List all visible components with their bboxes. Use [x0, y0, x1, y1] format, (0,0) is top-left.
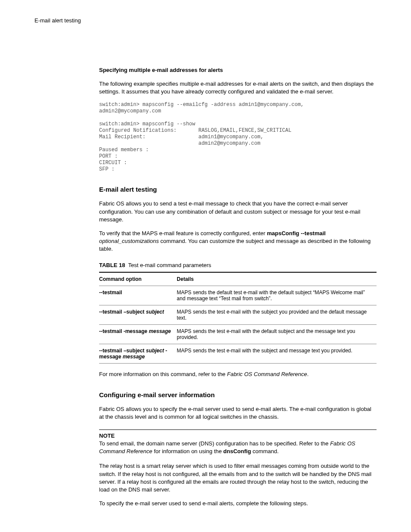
section2-aftertable: For more information on this command, re… — [99, 370, 377, 378]
opt-italic: subject — [146, 309, 164, 315]
table-row: --testmail –subject subject -message mes… — [99, 344, 377, 363]
note-pre: To send email, the domain name server (D… — [99, 440, 330, 447]
aftertable-pre: For more information on this command, re… — [99, 371, 227, 377]
table-header-row: Command option Details — [99, 272, 377, 286]
opt-bold: --testmail -message — [99, 328, 149, 334]
cell-details: MAPS sends the default test e-mail with … — [177, 286, 377, 305]
section2-p1: Fabric OS allows you to send a test e-ma… — [99, 200, 377, 224]
section1-code: switch:admin> mapsconfig --emailcfg -add… — [99, 102, 377, 173]
cell-option: --testmail — [99, 286, 177, 305]
table-caption-text: Test e-mail command parameters — [128, 262, 211, 268]
aftertable-ref: Fabric OS Command Reference — [227, 371, 307, 377]
aftertable-post: . — [307, 371, 309, 377]
table-row: --testmail –subject subject MAPS sends t… — [99, 305, 377, 324]
table-caption: TABLE 18 Test e-mail command parameters — [99, 262, 377, 268]
cell-option: --testmail –subject subject — [99, 305, 177, 324]
cell-details: MAPS sends the test e-mail with the defa… — [177, 324, 377, 344]
running-header: E-mail alert testing — [34, 17, 377, 24]
opt-italic2: message — [123, 354, 145, 360]
section3-p2: The relay host is a smart relay server w… — [99, 462, 377, 494]
cell-option: --testmail –subject subject -message mes… — [99, 344, 177, 363]
note-text: To send email, the domain name server (D… — [99, 440, 377, 455]
cell-option: --testmail -message message — [99, 324, 177, 344]
section2-p2-opt: optional_customizations — [99, 238, 159, 244]
th-details: Details — [177, 272, 377, 286]
opt-bold: --testmail — [99, 289, 122, 296]
th-option: Command option — [99, 272, 177, 286]
section1-heading: Specifying multiple e-mail addresses for… — [99, 67, 377, 73]
section2-p2-cmd: mapsConfig --testmail — [267, 230, 326, 236]
opt-bold: --testmail –subject — [99, 309, 146, 315]
param-table: Command option Details --testmail MAPS s… — [99, 272, 377, 364]
table-row: --testmail -message message MAPS sends t… — [99, 324, 377, 344]
section2-p2-pre: To verify that the MAPS e-mail feature i… — [99, 230, 267, 236]
table-row: --testmail MAPS sends the default test e… — [99, 286, 377, 305]
section3-heading: Configuring e-mail server information — [99, 391, 377, 398]
section2-heading: E-mail alert testing — [99, 186, 377, 193]
cell-details: MAPS sends the test e-mail with the subj… — [177, 344, 377, 363]
section2-p2: To verify that the MAPS e-mail feature i… — [99, 230, 377, 253]
note-post: command. — [251, 448, 279, 454]
cell-details: MAPS sends the test e-mail with the subj… — [177, 305, 377, 324]
opt-italic: message — [149, 328, 171, 334]
opt-bold: --testmail –subject — [99, 348, 146, 354]
section3-p1: Fabric OS allows you to specify the e-ma… — [99, 405, 377, 421]
section3-p3: To specify the e-mail server used to sen… — [99, 500, 377, 507]
table-caption-label: TABLE 18 — [99, 262, 125, 268]
section1-p1: The following example specifies multiple… — [99, 80, 377, 96]
note-label: NOTE — [99, 432, 377, 439]
opt-italic: subject — [146, 348, 164, 354]
note-cmd: dnsConfig — [223, 448, 251, 454]
note-mid: for information on using the — [153, 448, 224, 454]
note-block: NOTE To send email, the domain name serv… — [99, 429, 377, 455]
